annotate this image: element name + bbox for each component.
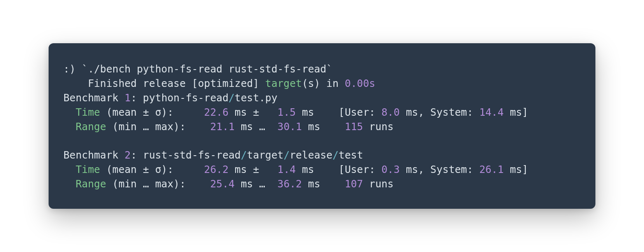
bench1-sys: 14.4 — [479, 106, 504, 118]
bench2-range-label: Range — [76, 178, 106, 190]
bench1-user: 8.0 — [381, 106, 400, 118]
bench1-mean: 22.6 — [204, 106, 229, 118]
bench1-max: 30.1 — [278, 121, 302, 133]
bench1-header-sep: : — [131, 92, 143, 104]
bench2-time-label: Time — [76, 163, 100, 175]
bench2-ms-gap2: ms — [302, 178, 345, 190]
bench1-ms-gap2: ms — [302, 121, 345, 133]
bench1-ms-pm: ms ± — [229, 106, 278, 118]
bench1-runs: 115 — [345, 121, 363, 133]
bench1-range-label: Range — [76, 121, 106, 133]
bench2-header-num: 2 — [125, 149, 131, 161]
bench2-range-stat: (min … max): — [106, 178, 210, 190]
bench1-sigma: 1.5 — [278, 106, 296, 118]
terminal-output: :) `./bench python-fs-read rust-std-fs-r… — [49, 43, 595, 208]
bench1-min: 21.1 — [210, 121, 234, 133]
terminal-content: :) `./bench python-fs-read rust-std-fs-r… — [63, 62, 581, 191]
compile-duration: 0.00s — [345, 77, 375, 89]
bench1-path-slash: / — [229, 92, 235, 104]
prompt: :) — [63, 63, 82, 75]
bench1-time-label: Time — [76, 106, 100, 118]
bench2-bracket-open: [User: — [338, 163, 381, 175]
bench2-min: 25.4 — [210, 178, 234, 190]
bench1-header-num: 1 — [125, 92, 131, 104]
bench2-path-slash3: / — [332, 149, 338, 161]
bench1-bracket-open: [User: — [338, 106, 381, 118]
compile-paren: (s) in — [302, 77, 345, 89]
bench2-mean: 26.2 — [204, 163, 229, 175]
bench2-path-seg4: test — [338, 149, 363, 161]
bench2-ms-pm: ms ± — [229, 163, 278, 175]
bench1-ms-comma: ms, System: — [400, 106, 479, 118]
bench2-runs: 107 — [345, 178, 363, 190]
bench2-path-slash1: / — [241, 149, 247, 161]
bench2-ms-ell: ms … — [235, 178, 278, 190]
bench1-ms-ell: ms … — [235, 121, 278, 133]
bench1-range-stat: (min … max): — [106, 121, 210, 133]
bench2-path-seg2: target — [247, 149, 284, 161]
compile-target-word: target — [265, 77, 302, 89]
bench2-header-sep: : — [131, 149, 143, 161]
bench2-user: 0.3 — [381, 163, 400, 175]
bench2-runs-word: runs — [363, 178, 394, 190]
bench2-ms-close: ms] — [504, 163, 528, 175]
bench2-path-seg1: rust-std-fs-read — [143, 149, 241, 161]
bench2-header-prefix: Benchmark — [63, 149, 125, 161]
bench2-time-stat: (mean ± σ): — [100, 163, 204, 175]
bench1-header-prefix: Benchmark — [63, 92, 125, 104]
bench1-path-seg2: test.py — [235, 92, 278, 104]
bench1-runs-word: runs — [363, 121, 394, 133]
bench2-ms-comma: ms, System: — [400, 163, 479, 175]
command-text: `./bench python-fs-read rust-std-fs-read… — [82, 63, 333, 75]
bench2-max: 36.2 — [278, 178, 302, 190]
bench2-path-slash2: / — [284, 149, 290, 161]
bench1-path-seg1: python-fs-read — [143, 92, 229, 104]
bench1-ms-gap: ms — [296, 106, 338, 118]
bench1-ms-close: ms] — [504, 106, 528, 118]
bench2-ms-gap: ms — [296, 163, 338, 175]
bench2-path-seg3: release — [290, 149, 333, 161]
compile-prefix: Finished release [optimized] — [63, 77, 265, 89]
bench1-time-stat: (mean ± σ): — [100, 106, 204, 118]
bench2-sys: 26.1 — [479, 163, 504, 175]
bench2-sigma: 1.4 — [278, 163, 296, 175]
